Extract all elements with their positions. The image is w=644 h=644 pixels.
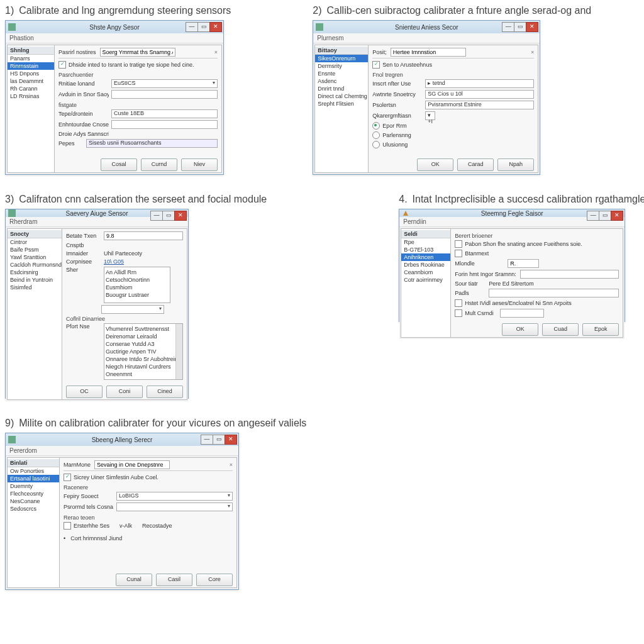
checkbox[interactable] xyxy=(372,61,380,69)
sidebar-item[interactable]: Duemnty xyxy=(8,482,59,490)
text-input[interactable]: SG Cios u 10l xyxy=(425,90,534,99)
checkbox[interactable] xyxy=(64,522,71,530)
list-item[interactable]: Slurr DAt 9 xyxy=(106,378,181,380)
button[interactable]: Epok xyxy=(582,323,619,336)
sidebar-item[interactable]: Cotr aoirrinmey xyxy=(401,276,450,284)
sidebar-item[interactable]: Srepht Flitsien xyxy=(315,100,368,108)
sidebar-item[interactable]: Ensnte xyxy=(315,70,368,77)
sidebar-item[interactable]: Rpe xyxy=(401,238,450,246)
sidebar-item[interactable]: Asdenc xyxy=(315,77,368,85)
minimize-button[interactable]: — xyxy=(502,22,514,32)
button[interactable]: Core xyxy=(196,574,233,586)
group-value-input[interactable] xyxy=(391,48,466,57)
combo-input[interactable] xyxy=(116,502,233,511)
titlebar[interactable]: Shste Angy Sesor — ▭ ✕ xyxy=(6,21,223,33)
maximize-button[interactable]: ▭ xyxy=(213,435,225,445)
close-button[interactable]: ✕ xyxy=(526,22,538,32)
maximize-button[interactable]: ▭ xyxy=(162,211,175,221)
combo-input[interactable]: LoBIGS xyxy=(116,492,233,501)
sidebar-item[interactable]: las Deammnt xyxy=(8,77,54,85)
minimize-button[interactable]: — xyxy=(587,211,599,221)
sidebar-item[interactable]: Sisimfed xyxy=(8,284,62,291)
titlebar[interactable]: Snienteu Aniess Secor — ▭ ✕ xyxy=(313,21,540,33)
radio[interactable] xyxy=(372,141,380,148)
sidebar-item[interactable]: Rinrnsstain xyxy=(8,62,54,70)
text-input[interactable]: ▾ +I xyxy=(425,111,435,120)
button[interactable]: Npah xyxy=(497,158,534,171)
list-item[interactable]: Deirenomar Leiraold xyxy=(106,333,181,340)
checkbox[interactable] xyxy=(64,474,71,481)
ok-button[interactable]: OK xyxy=(502,323,538,336)
text-input[interactable]: Custe 18EB xyxy=(111,109,218,118)
maximize-button[interactable]: ▭ xyxy=(599,211,611,221)
sidebar-item[interactable]: Flechceosnty xyxy=(8,490,59,497)
sidebar-item[interactable]: Rh Carann xyxy=(8,85,54,92)
checkbox[interactable] xyxy=(455,309,462,317)
ok-button[interactable]: OC xyxy=(66,386,103,398)
button[interactable]: Curnd xyxy=(141,158,177,171)
listbox[interactable]: Vhumenrel Suvttrenensst Deirenomar Leira… xyxy=(104,323,183,380)
button[interactable]: Coni xyxy=(106,386,143,398)
menubar[interactable]: Plurnesm xyxy=(313,33,540,43)
close-button[interactable]: ✕ xyxy=(209,22,222,32)
titlebar[interactable]: Steemng Fegle Saisor — ▭ ✕ xyxy=(399,209,625,217)
text-input[interactable] xyxy=(111,120,218,129)
list-item[interactable]: Buougsr Lustraer xyxy=(106,291,169,299)
sidebar-item[interactable]: Dnrirt tnnd xyxy=(315,85,368,92)
maximize-button[interactable]: ▭ xyxy=(514,22,526,32)
list-item[interactable]: Eusmhiom xyxy=(106,284,169,291)
sidebar-item[interactable]: HS Dnpons xyxy=(8,70,54,77)
sidebar-item[interactable]: Dermsrity xyxy=(315,62,368,70)
sidebar-item[interactable]: Dinect cal Chemtng xyxy=(315,92,368,100)
sidebar-item[interactable]: Baife Pssm xyxy=(8,246,62,253)
text-input[interactable] xyxy=(111,90,218,99)
minimize-button[interactable]: — xyxy=(150,211,163,221)
sidebar-item[interactable]: B-G7El-103 xyxy=(401,246,450,253)
listbox[interactable]: An Allidl Rrn CetsochIOnortinn Eusmhiom … xyxy=(104,267,170,303)
collapse-icon[interactable]: × xyxy=(214,49,218,55)
text-input[interactable] xyxy=(489,289,619,297)
text-input[interactable] xyxy=(104,231,183,240)
close-button[interactable]: ✕ xyxy=(611,211,623,221)
group-value-input[interactable] xyxy=(94,460,170,469)
cancel-button[interactable]: Cuad xyxy=(542,323,579,336)
close-button[interactable]: ✕ xyxy=(225,435,237,445)
list-item[interactable]: An Allidl Rrn xyxy=(106,269,169,276)
sidebar-item[interactable]: Esdcirsnirg xyxy=(8,269,62,276)
sidebar-item[interactable]: NesConane xyxy=(8,497,59,505)
collapse-icon[interactable]: × xyxy=(230,462,233,468)
sidebar-item[interactable]: Cintror xyxy=(8,238,62,246)
sidebar-item[interactable]: Panarrs xyxy=(8,55,54,62)
cancel-button[interactable]: Carad xyxy=(457,158,494,171)
radio[interactable] xyxy=(372,131,380,139)
button[interactable]: Cosal xyxy=(101,158,137,171)
text-input[interactable]: ▸ tetnd xyxy=(425,79,534,88)
ok-button[interactable]: OK xyxy=(417,158,453,171)
list-item[interactable]: Vhumenrel Suvttrenensst xyxy=(106,325,181,333)
sidebar-item[interactable]: Ertsanal lasotini xyxy=(8,475,59,482)
sidebar-item[interactable]: Beind in Yuntroin xyxy=(8,276,62,284)
checkbox[interactable] xyxy=(455,240,462,248)
group-value-input[interactable] xyxy=(100,48,175,57)
button[interactable]: Casil xyxy=(156,574,192,586)
list-item[interactable]: Conserae Yutdd A3 xyxy=(106,340,181,348)
sidebar-item[interactable]: SikesOnrenurn xyxy=(315,55,368,62)
titlebar[interactable]: Saevery Aiuge Sensor — ▭ ✕ xyxy=(6,209,188,217)
sidebar-item[interactable]: Cacldoh Rurmonsnd xyxy=(8,261,62,269)
text-input[interactable] xyxy=(520,270,619,279)
list-item[interactable]: Oneenmnt xyxy=(106,370,181,378)
list-item[interactable]: Niegch Hirutavnl Curdrers xyxy=(106,363,181,370)
menubar[interactable]: Pererdom xyxy=(6,446,238,456)
maximize-button[interactable]: ▭ xyxy=(197,22,210,32)
text-input[interactable] xyxy=(500,309,544,318)
checkbox[interactable] xyxy=(455,299,462,307)
combo-input[interactable] xyxy=(101,305,164,314)
list-item[interactable]: Guctirige Anpen TIV xyxy=(106,348,181,355)
sidebar-item[interactable]: Sedoscrcs xyxy=(8,505,59,513)
close-button[interactable]: ✕ xyxy=(174,211,187,221)
combo-input[interactable]: EuStICS xyxy=(111,79,218,88)
radio[interactable] xyxy=(372,122,380,130)
button[interactable]: Cined xyxy=(147,386,183,398)
list-item[interactable]: Onnaree Intdo Sr Aubohtreint xyxy=(106,355,181,363)
sidebar-item[interactable]: Ceannbiom xyxy=(401,269,450,276)
